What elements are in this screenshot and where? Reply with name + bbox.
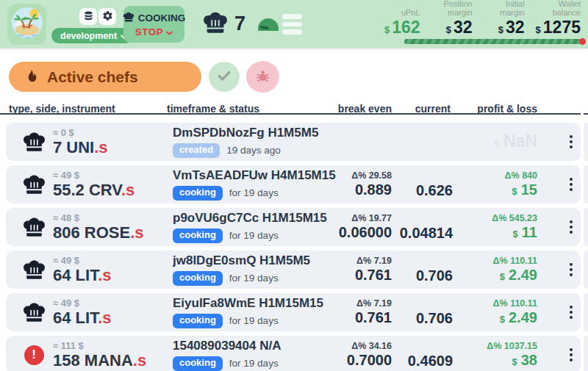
status-badge: cooking	[173, 186, 223, 201]
stop-button[interactable]: STOP	[135, 26, 173, 37]
table-row[interactable]: ! ≈ 111 $ 158 MANA.s 154089039404 N/A co…	[6, 336, 581, 371]
status-note: for 19 days	[229, 187, 279, 198]
position-size: 55.2 CRV.s	[53, 181, 135, 198]
row-menu-button[interactable]	[566, 217, 576, 237]
row-menu-button[interactable]	[566, 302, 576, 323]
coins-button[interactable]	[79, 8, 97, 25]
stat-value: 32	[453, 18, 473, 37]
table-row[interactable]: ≈ 0 $ 7 UNI.s DmSPDbNozFg H1M5M5 created…	[6, 123, 581, 161]
row-overflow-fragment	[584, 251, 588, 289]
environment-dropdown[interactable]: development	[51, 28, 134, 43]
stat-initial-margin: Initial margin $32	[484, 3, 525, 37]
status-badge: cooking	[173, 271, 223, 286]
currency-symbol: $	[512, 356, 517, 367]
chef-hat-icon	[18, 208, 50, 246]
status-badge: cooking	[173, 228, 223, 243]
stat-upnl: uPnL $162	[384, 3, 420, 37]
break-even-cell: Δ% 19.77 0.06000	[339, 213, 392, 242]
status-badge: cooking	[173, 356, 223, 371]
active-chefs-button[interactable]: Active chefs	[9, 62, 201, 92]
currency-symbol: $	[500, 271, 505, 282]
table-row[interactable]: ≈ 48 $ 806 ROSE.s p9oVU6gC7Cc H1M15M15 c…	[6, 208, 581, 246]
currency-symbol: $	[513, 228, 518, 239]
pnl-cell: Δ% 1037.15 $38	[487, 341, 537, 369]
currency-symbol: $	[536, 25, 541, 35]
break-even-cell: Δ% 7.19 0.761	[355, 298, 392, 327]
status-note: for 19 days	[229, 315, 279, 326]
margin-bar-limit-dot	[579, 38, 586, 45]
current-price: 0.706	[416, 267, 453, 285]
side-suffix: .s	[94, 138, 107, 156]
break-even-value: 0.761	[355, 266, 392, 284]
chefs-count: 7	[234, 12, 245, 35]
break-even-cell: Δ% 29.58 0.889	[351, 170, 392, 199]
pnl-cell: Δ% 110.11 $2.49	[493, 298, 537, 326]
row-overflow-fragment	[584, 208, 588, 246]
break-even-value: 0.889	[351, 181, 392, 199]
break-even-cell: Δ% 34.16 0.7000	[347, 341, 392, 370]
pnl-value: $38	[487, 352, 537, 369]
stat-wallet-balance: Wallet balance $1275	[536, 3, 581, 37]
table-row[interactable]: ≈ 49 $ 55.2 CRV.s VmTsAEADFUw H4M15M15 c…	[6, 165, 581, 203]
confirm-button[interactable]	[209, 62, 240, 92]
account-stats: uPnL $162 Position margin $32 Initial ma…	[384, 3, 581, 37]
gear-icon	[102, 10, 113, 24]
approx-value: ≈ 48 $	[53, 212, 144, 223]
side-suffix: .s	[98, 309, 111, 327]
side-suffix: .s	[130, 223, 143, 242]
pnl-value: $11	[492, 224, 537, 241]
position-size: 64 LIT.s	[53, 309, 112, 326]
row-menu-button[interactable]	[566, 174, 576, 195]
row-menu-button[interactable]	[566, 259, 576, 280]
chef-hat-icon	[18, 293, 50, 331]
pnl-delta: Δ% 110.11	[493, 256, 537, 266]
position-size: 158 MANA.s	[53, 352, 146, 369]
approx-value: ≈ 49 $	[53, 170, 135, 181]
stat-value: 162	[392, 18, 420, 37]
menu-button[interactable]	[282, 14, 302, 35]
margin-usage-bar	[404, 39, 585, 44]
status-badge: cooking	[173, 314, 223, 328]
row-overflow-fragment	[584, 336, 588, 371]
status-note: for 19 days	[229, 273, 279, 284]
approx-value: ≈ 49 $	[53, 298, 112, 309]
status-badge: created	[173, 143, 220, 158]
instrument-name: DmSPDbNozFg H1M5M5	[173, 126, 318, 140]
settings-button[interactable]	[98, 8, 116, 25]
instrument-name: EiyuIFa8WmE H1M15M15	[173, 297, 323, 311]
table-row[interactable]: ≈ 49 $ 64 LIT.s jw8lDgE0smQ H1M5M5 cooki…	[6, 251, 581, 289]
instrument-name: jw8lDgE0smQ H1M5M5	[173, 254, 310, 268]
row-menu-button[interactable]	[566, 345, 576, 365]
table-row[interactable]: ≈ 49 $ 64 LIT.s EiyuIFa8WmE H1M15M15 coo…	[6, 293, 581, 331]
current-price: 0.706	[416, 309, 453, 328]
currency-symbol: $	[384, 25, 390, 35]
debug-button[interactable]	[246, 61, 279, 93]
chevron-down-icon	[166, 26, 173, 37]
break-even-delta: Δ% 19.77	[339, 213, 392, 223]
bug-icon	[255, 68, 270, 86]
row-menu-button[interactable]	[566, 132, 576, 152]
break-even-delta: Δ% 29.58	[351, 170, 392, 181]
position-size: 806 ROSE.s	[53, 224, 144, 241]
table-head-divider	[0, 113, 581, 115]
instrument-name: VmTsAEADFUw H4M15M15	[173, 169, 336, 183]
instrument-name: p9oVU6gC7Cc H1M15M15	[173, 212, 327, 226]
side-suffix: .s	[133, 351, 146, 370]
table-head-divider-fragment	[584, 113, 588, 115]
cooking-label: COOKING	[138, 12, 186, 24]
break-even-delta: Δ% 7.19	[355, 298, 392, 309]
cooking-status-panel[interactable]: COOKING STOP	[123, 6, 184, 43]
currency-symbol: $	[498, 25, 503, 35]
approx-value: ≈ 0 $	[53, 127, 108, 138]
pnl-value: $ NaN	[495, 132, 537, 151]
row-overflow-fragment	[584, 293, 588, 331]
chef-hat-icon	[18, 251, 50, 289]
status-note: 19 days ago	[226, 145, 281, 156]
stat-value: 1275	[543, 18, 581, 37]
chef-hat-icon	[203, 11, 228, 37]
break-even-delta: Δ% 34.16	[347, 341, 392, 351]
status-note: for 19 days	[229, 358, 279, 369]
chefs-counter: 7	[203, 11, 245, 37]
break-even-value: 0.761	[355, 309, 392, 327]
approx-value: ≈ 111 $	[53, 340, 146, 351]
